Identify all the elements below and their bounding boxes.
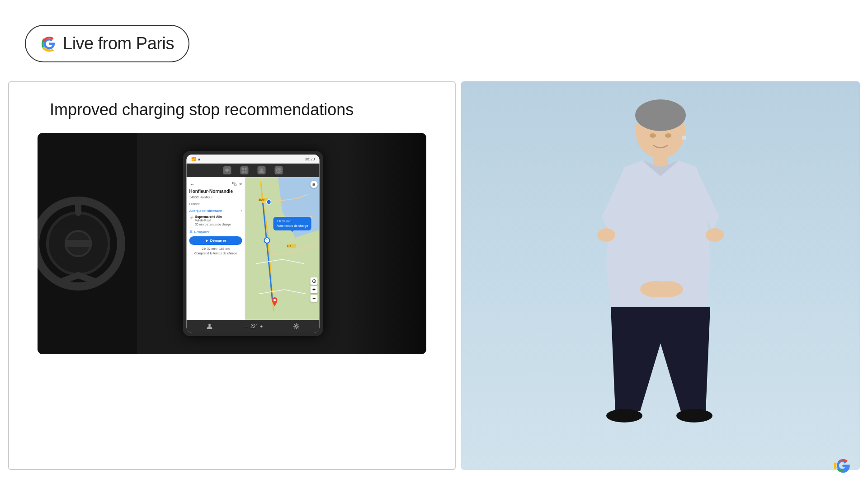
- google-logo-bottom: G: [832, 455, 854, 479]
- steering-wheel-silhouette: [38, 133, 137, 354]
- main-content: Improved charging stop recommendations: [8, 81, 860, 470]
- svg-rect-7: [65, 240, 92, 247]
- tablet-status-bar: 📶 ▲ 08:20: [187, 155, 320, 164]
- svg-text:A13: A13: [287, 245, 291, 248]
- svg-rect-31: [653, 154, 668, 167]
- svg-point-40: [650, 133, 656, 138]
- svg-point-38: [635, 99, 686, 131]
- map-route-tooltip: 2 h 32 min Avec temps de charge: [274, 217, 311, 230]
- presenter-area: [461, 81, 860, 470]
- map-recenter-button[interactable]: ⊙: [311, 277, 318, 285]
- svg-rect-15: [245, 171, 247, 173]
- left-panel: Improved charging stop recommendations: [8, 81, 456, 470]
- svg-point-27: [274, 299, 276, 301]
- car-tablet: 📶 ▲ 08:20: [183, 151, 323, 336]
- svg-text:G: G: [836, 457, 848, 474]
- map-info-circle-1: 1: [264, 237, 270, 244]
- svg-point-37: [676, 409, 712, 422]
- map-start-pin: [266, 198, 271, 204]
- svg-point-16: [260, 169, 263, 171]
- google-g-icon: [40, 35, 58, 53]
- car-display: 📶 ▲ 08:20: [38, 133, 426, 354]
- itinerary-label: Aperçu de l'itinéraire ›: [189, 209, 242, 213]
- grid-icon: [241, 166, 249, 174]
- svg-point-26: [266, 200, 271, 204]
- svg-point-11: [228, 171, 229, 173]
- tablet-bottom-bar: — 22° +: [187, 320, 320, 333]
- header-badge: Live from Paris: [25, 25, 189, 62]
- svg-rect-19: [233, 182, 235, 184]
- map-controls: ⊞: [311, 181, 318, 188]
- nav-panel: ← ✕ Honfleur-Normandie 14600 Honfleur Fr…: [187, 177, 245, 320]
- svg-point-39: [682, 136, 686, 140]
- start-button[interactable]: Démarrer: [189, 236, 242, 245]
- map-zoom-controls: ⊙ + −: [311, 277, 318, 302]
- svg-point-18: [277, 168, 281, 173]
- tablet-app-bar: [187, 164, 320, 177]
- svg-rect-13: [245, 168, 247, 170]
- maps-panel: ← ✕ Honfleur-Normandie 14600 Honfleur Fr…: [187, 177, 320, 320]
- svg-point-32: [597, 228, 615, 242]
- svg-point-33: [706, 228, 724, 242]
- destination-address-line1: 14600 Honfleur: [189, 195, 242, 199]
- map-layers-button[interactable]: ⊞: [311, 181, 318, 188]
- person-icon: [258, 166, 266, 174]
- charging-stop-item: Supermarché Allo Val-de-Reuil 30 min de …: [195, 215, 242, 226]
- car-icon: [223, 166, 231, 174]
- zoom-in-button[interactable]: +: [311, 286, 318, 293]
- replace-button[interactable]: Remplacer: [189, 230, 242, 234]
- svg-point-17: [278, 169, 280, 171]
- svg-rect-9: [226, 169, 229, 170]
- presenter-figure: [566, 81, 755, 470]
- svg-rect-14: [242, 171, 244, 173]
- status-time: 08:20: [305, 157, 315, 161]
- svg-rect-12: [242, 168, 244, 170]
- back-button[interactable]: ←: [189, 181, 196, 187]
- svg-text:RN12: RN12: [259, 199, 265, 202]
- map-area: RN12 A13 2 h 32 min Avec temps de charge…: [245, 177, 320, 320]
- svg-point-41: [665, 133, 671, 138]
- svg-point-36: [606, 409, 642, 422]
- svg-rect-20: [235, 184, 236, 186]
- destination-address-line2: France: [189, 202, 242, 206]
- slide-title: Improved charging stop recommendations: [50, 100, 354, 119]
- route-summary: 2 h 32 min · 186 km Comprend le temps de…: [189, 247, 242, 256]
- zoom-out-button[interactable]: −: [311, 295, 318, 302]
- map-end-pin: [271, 297, 278, 305]
- svg-point-29: [295, 325, 297, 327]
- person-bottom-icon: [206, 323, 213, 330]
- settings-bottom-icon: [292, 323, 300, 330]
- right-panel: [461, 81, 860, 470]
- settings-icon: [275, 166, 283, 174]
- temp-display: — 22° +: [243, 324, 263, 329]
- badge-text: Live from Paris: [63, 34, 174, 53]
- svg-point-35: [651, 281, 683, 297]
- svg-point-28: [208, 324, 211, 326]
- svg-point-10: [225, 171, 226, 173]
- destination-name: Honfleur-Normandie: [189, 189, 242, 194]
